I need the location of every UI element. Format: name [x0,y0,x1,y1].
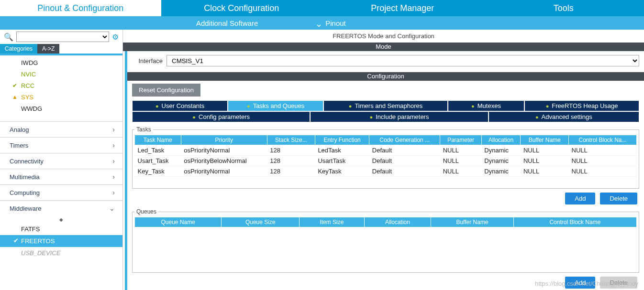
config-tabs-row1: User Constants Tasks and Queues Timers a… [132,100,639,111]
configuration-section-header: Configuration [127,72,644,81]
chevron-right-icon: › [112,189,115,196]
interface-label: Interface [136,57,163,64]
tasks-table: Task NamePriorityStack Size...Entry Func… [134,135,637,177]
table-header[interactable]: Stack Size... [267,135,315,145]
status-dot-icon [349,102,352,109]
sidebar-cat-analog[interactable]: Analog› [0,121,122,137]
top-tabs: Pinout & Configuration Clock Configurati… [0,0,644,16]
sidebar-item-iwdg[interactable]: IWDG [0,57,122,69]
queues-fieldset: Queues Queue NameQueue SizeItem SizeAllo… [132,208,639,273]
middleware-item-usb-device[interactable]: USB_DEVICE [0,247,122,259]
sidebar-tab-categories[interactable]: Categories [0,44,37,54]
check-icon: ✔ [11,81,18,90]
table-header[interactable]: Buffer Name [431,217,513,227]
table-header[interactable]: Item Size [300,217,364,227]
warning-icon: ▲ [11,93,18,101]
cfg-tab-config-parameters[interactable]: Config parameters [132,111,310,122]
chevron-down-icon: ⌄ [109,204,115,212]
sidebar-cat-timers[interactable]: Timers› [0,137,122,153]
table-row[interactable]: Key_TaskosPriorityNormal128KeyTaskDefaul… [135,166,637,177]
table-row[interactable]: Led_TaskosPriorityNormal128LedTaskDefaul… [135,145,637,156]
tasks-fieldset: Tasks Task NamePriorityStack Size...Entr… [132,126,639,189]
status-dot-icon [155,102,159,109]
chevron-right-icon: › [112,141,115,149]
tasks-legend: Tasks [134,126,153,133]
collapse-handle[interactable]: ◆ [0,216,122,223]
queues-add-button[interactable]: Add [565,277,595,289]
tab-pinout-config[interactable]: Pinout & Configuration [0,0,161,16]
cfg-tab-heap-usage[interactable]: FreeRTOS Heap Usage [524,100,639,111]
reset-configuration-button[interactable]: Reset Configuration [132,84,200,97]
table-header[interactable]: Code Generation ... [369,135,440,145]
sidebar-cat-computing[interactable]: Computing› [0,184,122,200]
link-additional-software[interactable]: Additional Software [196,19,258,27]
chevron-right-icon: › [112,157,115,165]
middleware-item-fatfs[interactable]: FATFS [0,223,122,235]
sidebar-cat-connectivity[interactable]: Connectivity› [0,153,122,169]
middleware-item-freertos[interactable]: ✔FREERTOS [0,235,122,247]
interface-select[interactable]: CMSIS_V1 [167,55,639,66]
status-dot-icon [546,102,549,109]
table-header[interactable]: Control Block Na... [569,135,637,145]
queues-delete-button: Delete [600,277,637,289]
status-dot-icon [471,102,475,109]
cfg-tab-user-constants[interactable]: User Constants [132,100,228,111]
status-dot-icon [535,113,539,120]
search-select[interactable] [16,32,109,42]
sidebar-item-rcc[interactable]: ✔RCC [0,80,122,92]
queues-table: Queue NameQueue SizeItem SizeAllocationB… [134,217,637,227]
sidebar-item-wwdg[interactable]: WWDG [0,103,122,115]
sidebar-cat-middleware[interactable]: Middleware⌄ [0,200,122,216]
config-tabs-row2: Config parameters Include parameters Adv… [132,111,639,122]
queues-legend: Queues [134,208,158,215]
cfg-tab-include-parameters[interactable]: Include parameters [310,111,488,122]
table-header[interactable]: Allocation [364,217,431,227]
sub-toolbar: Additional Software Pinout [0,16,644,30]
table-header[interactable]: Buffer Name [521,135,569,145]
table-header[interactable]: Priority [181,135,267,145]
tab-tools[interactable]: Tools [483,0,644,16]
tab-project-manager[interactable]: Project Manager [322,0,483,16]
divider [0,54,122,55]
chevron-right-icon: › [112,173,115,181]
content-pane: FREERTOS Mode and Configuration Mode Int… [123,30,644,290]
tasks-add-button[interactable]: Add [565,193,595,204]
content-title: FREERTOS Mode and Configuration [123,30,644,43]
table-header[interactable]: Parameter [440,135,482,145]
sidebar: 🔍 ⚙ Categories A->Z IWDG NVIC ✔RCC ▲SYS … [0,30,123,290]
table-header[interactable]: Queue Name [135,217,222,227]
chevron-right-icon: › [112,126,115,133]
table-header[interactable]: Control Block Name [513,217,636,227]
status-dot-icon [192,113,196,120]
cfg-tab-advanced-settings[interactable]: Advanced settings [489,111,639,122]
sidebar-tab-az[interactable]: A->Z [37,44,59,54]
cfg-tab-timers-semaphores[interactable]: Timers and Semaphores [323,100,448,111]
status-dot-icon [247,102,250,109]
mode-section-header: Mode [123,43,644,51]
table-header[interactable]: Allocation [481,135,521,145]
sidebar-item-nvic[interactable]: NVIC [0,69,122,80]
search-icon: 🔍 [4,32,13,42]
link-pinout-dropdown[interactable]: Pinout [315,18,346,28]
table-header[interactable]: Entry Function [315,135,369,145]
table-header[interactable]: Queue Size [222,217,300,227]
sidebar-cat-multimedia[interactable]: Multimedia› [0,169,122,184]
cfg-tab-mutexes[interactable]: Mutexes [448,100,524,111]
sidebar-item-sys[interactable]: ▲SYS [0,92,122,103]
cfg-tab-tasks-queues[interactable]: Tasks and Queues [228,100,323,111]
tasks-delete-button[interactable]: Delete [600,193,637,204]
table-header[interactable]: Task Name [135,135,181,145]
sidebar-list: IWDG NVIC ✔RCC ▲SYS WWDG Analog› Timers›… [0,57,122,290]
gear-icon[interactable]: ⚙ [112,32,119,42]
tab-clock-config[interactable]: Clock Configuration [161,0,322,16]
status-dot-icon [370,113,373,120]
table-row[interactable]: Usart_TaskosPriorityBelowNormal128UsartT… [135,156,637,166]
check-icon: ✔ [13,236,19,245]
